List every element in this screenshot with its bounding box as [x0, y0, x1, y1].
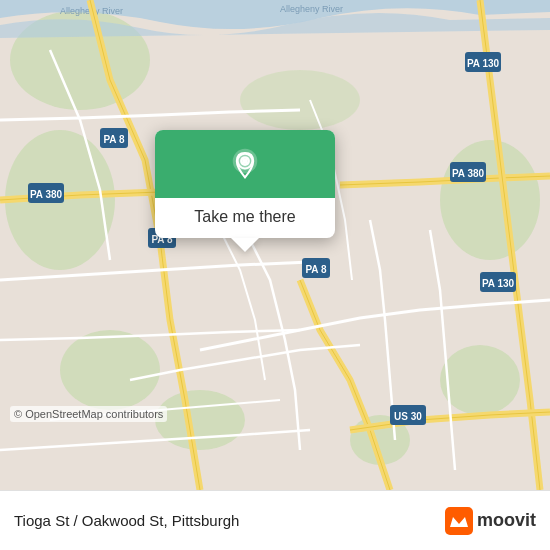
svg-rect-35: [445, 507, 473, 535]
svg-point-34: [242, 158, 248, 164]
copyright-label: © OpenStreetMap contributors: [10, 406, 167, 422]
moovit-logo: moovit: [445, 507, 536, 535]
location-label: Tioga St / Oakwood St, Pittsburgh: [14, 512, 239, 529]
svg-point-5: [440, 345, 520, 415]
svg-text:PA 8: PA 8: [305, 264, 327, 275]
svg-point-8: [240, 70, 360, 130]
svg-point-7: [155, 390, 245, 450]
popup-top: [155, 130, 335, 198]
moovit-text: moovit: [477, 510, 536, 531]
svg-text:PA 130: PA 130: [467, 58, 500, 69]
popup-bottom[interactable]: Take me there: [180, 198, 309, 238]
svg-text:Allegheny River: Allegheny River: [280, 4, 343, 14]
svg-point-4: [440, 140, 540, 260]
moovit-brand-icon: [445, 507, 473, 535]
map-container: Allegheny River Allegheny River: [0, 0, 550, 490]
svg-text:PA 8: PA 8: [103, 134, 125, 145]
svg-text:PA 380: PA 380: [452, 168, 485, 179]
svg-text:PA 130: PA 130: [482, 278, 515, 289]
popup-card[interactable]: Take me there: [155, 130, 335, 238]
take-me-there-label[interactable]: Take me there: [194, 208, 295, 225]
location-pin-icon: [227, 148, 263, 184]
svg-point-3: [60, 330, 160, 410]
bottom-bar: Tioga St / Oakwood St, Pittsburgh moovit: [0, 490, 550, 550]
svg-text:PA 380: PA 380: [30, 189, 63, 200]
svg-text:US 30: US 30: [394, 411, 422, 422]
